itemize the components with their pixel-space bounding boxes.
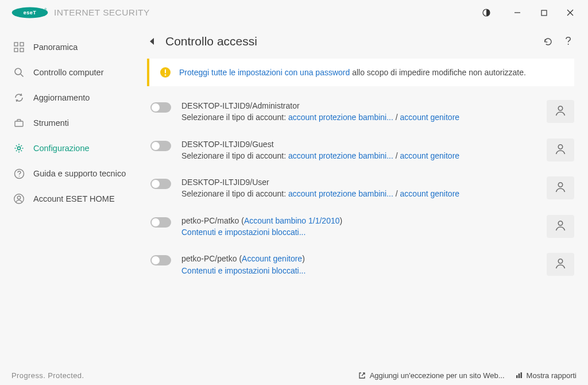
account-toggle[interactable]	[150, 255, 171, 265]
user-icon	[554, 180, 567, 195]
svg-rect-34	[520, 372, 522, 378]
account-text: petko-PC/matko (Account bambino 1/1/2010…	[181, 215, 536, 238]
sidebar-item-computer-scan[interactable]: Controllo computer	[0, 60, 142, 85]
account-text: DESKTOP-ILTJID9/AdministratorSelezionare…	[181, 100, 536, 124]
sidebar-item-label: Guida e supporto tecnico	[33, 168, 126, 179]
account-subline: Selezionare il tipo di account: account …	[181, 150, 536, 161]
password-notice: Proteggi tutte le impostazioni con una p…	[147, 59, 574, 86]
svg-rect-24	[165, 70, 166, 74]
sidebar-item-tools[interactable]: Strumenti	[0, 110, 142, 136]
account-subline: Contenuti e impostazioni bloccati...	[181, 265, 536, 276]
help-icon	[13, 167, 25, 180]
close-button[interactable]	[557, 3, 583, 22]
account-toggle[interactable]	[150, 179, 171, 189]
svg-point-25	[165, 74, 167, 76]
account-type-link[interactable]: Account genitore	[242, 254, 302, 263]
account-row: DESKTOP-ILTJID9/AdministratorSelezionare…	[147, 95, 574, 134]
svg-point-30	[558, 259, 562, 263]
window-controls	[473, 3, 583, 22]
sidebar-item-setup[interactable]: Configurazione	[0, 136, 142, 161]
svg-rect-11	[14, 48, 18, 52]
external-link-icon	[358, 371, 366, 379]
account-text: DESKTOP-ILTJID9/GuestSelezionare il tipo…	[181, 138, 536, 162]
page-title: Controllo accessi	[165, 34, 257, 48]
account-subline: Selezionare il tipo di account: account …	[181, 111, 536, 123]
svg-point-18	[18, 175, 20, 176]
blocked-settings-link[interactable]: Contenuti e impostazioni bloccati...	[181, 228, 305, 237]
show-reports-link[interactable]: Mostra rapporti	[515, 371, 577, 380]
account-title: petko-PC/petko (Account genitore)	[181, 253, 536, 264]
svg-point-22	[568, 44, 569, 45]
account-title: DESKTOP-ILTJID9/Administrator	[181, 100, 536, 111]
parent-account-link[interactable]: account genitore	[400, 151, 460, 160]
child-account-link[interactable]: account protezione bambini...	[288, 189, 393, 198]
protect-password-link[interactable]: Proteggi tutte le impostazioni con una p…	[179, 68, 350, 77]
help-page-icon[interactable]	[563, 36, 574, 47]
titlebar: eseT R INTERNET SECURITY	[0, 0, 588, 25]
eset-logo: eseT R	[11, 7, 48, 18]
account-subline: Selezionare il tipo di account: account …	[181, 188, 536, 199]
account-type-link[interactable]: Account bambino 1/1/2010	[244, 216, 340, 225]
tagline: Progress. Protected.	[11, 371, 84, 380]
account-user-button[interactable]	[547, 176, 574, 199]
svg-point-27	[558, 144, 562, 148]
warning-icon	[160, 67, 171, 78]
sidebar-item-account[interactable]: Account ESET HOME	[0, 186, 142, 211]
svg-point-19	[14, 194, 24, 204]
svg-point-26	[558, 106, 562, 110]
briefcase-icon	[13, 117, 25, 129]
parent-account-link[interactable]: account genitore	[400, 189, 460, 198]
sidebar-item-label: Panoramica	[33, 42, 78, 52]
svg-point-16	[17, 147, 20, 149]
user-icon	[554, 143, 567, 157]
back-button[interactable]	[147, 36, 157, 47]
svg-point-28	[558, 183, 562, 187]
page-header: Controllo accessi	[147, 34, 574, 48]
user-icon	[554, 219, 567, 234]
account-user-button[interactable]	[547, 215, 574, 238]
brand: eseT R INTERNET SECURITY	[11, 7, 150, 18]
account-user-button[interactable]	[547, 253, 574, 276]
svg-rect-12	[20, 48, 24, 52]
account-title: DESKTOP-ILTJID9/User	[181, 176, 536, 188]
parent-account-link[interactable]: account genitore	[400, 113, 460, 122]
contrast-button[interactable]	[473, 3, 500, 22]
gear-icon	[13, 142, 25, 155]
account-user-button[interactable]	[547, 100, 574, 123]
reports-icon	[515, 371, 523, 379]
sidebar-item-overview[interactable]: Panoramica	[0, 34, 142, 60]
svg-rect-10	[20, 43, 24, 46]
account-user-button[interactable]	[547, 138, 574, 161]
account-text: DESKTOP-ILTJID9/UserSelezionare il tipo …	[181, 176, 536, 200]
account-toggle[interactable]	[150, 141, 171, 151]
search-icon	[13, 66, 25, 79]
svg-rect-15	[15, 121, 23, 126]
sidebar-item-label: Strumenti	[33, 118, 69, 128]
svg-point-13	[15, 68, 21, 75]
account-title: DESKTOP-ILTJID9/Guest	[181, 138, 536, 150]
child-account-link[interactable]: account protezione bambini...	[288, 113, 393, 122]
reset-icon[interactable]	[542, 36, 554, 47]
footer: Progress. Protected. Aggiungi un'eccezio…	[0, 365, 588, 385]
maximize-button[interactable]	[531, 3, 557, 22]
account-toggle[interactable]	[150, 217, 171, 228]
minimize-button[interactable]	[504, 3, 531, 22]
account-toggle[interactable]	[150, 102, 171, 113]
svg-rect-6	[541, 10, 547, 16]
child-account-link[interactable]: account protezione bambini...	[288, 151, 393, 160]
dashboard-icon	[13, 41, 25, 53]
sidebar-item-help[interactable]: Guida e supporto tecnico	[0, 161, 142, 186]
blocked-settings-link[interactable]: Contenuti e impostazioni bloccati...	[181, 266, 305, 275]
sidebar-item-label: Configurazione	[33, 143, 90, 153]
account-row: DESKTOP-ILTJID9/GuestSelezionare il tipo…	[147, 134, 574, 172]
svg-line-14	[21, 74, 24, 77]
user-icon	[554, 104, 567, 119]
user-circle-icon	[13, 192, 25, 205]
svg-point-20	[17, 196, 20, 199]
svg-marker-21	[150, 38, 154, 45]
add-exception-link[interactable]: Aggiungi un'eccezione per un sito Web...	[358, 371, 505, 380]
svg-text:eseT: eseT	[24, 10, 37, 16]
sidebar-item-update[interactable]: Aggiornamento	[0, 85, 142, 110]
account-row: DESKTOP-ILTJID9/UserSelezionare il tipo …	[147, 172, 574, 210]
refresh-icon	[13, 91, 25, 104]
